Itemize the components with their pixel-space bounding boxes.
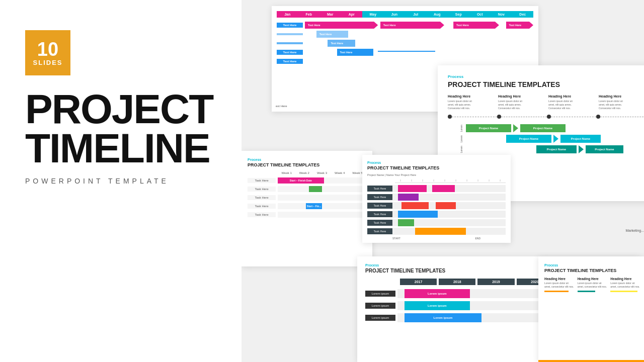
slide-4: Process PROJECT TIMELINE TEMPLATES Proje… bbox=[362, 155, 511, 243]
slide7-process: Process bbox=[544, 263, 640, 267]
slide7-h1: Heading Here bbox=[544, 277, 575, 281]
badge: 10 SLIDES bbox=[25, 30, 70, 75]
g4-area-4 bbox=[392, 211, 506, 218]
proj-bar-text-2a: Project Name bbox=[519, 137, 538, 140]
task-bar-4: Start – Fin... bbox=[306, 203, 322, 209]
slide4-process: Process bbox=[367, 161, 506, 164]
g4-area-6 bbox=[392, 228, 506, 235]
g4-label-1: Task Here bbox=[367, 186, 392, 192]
bar-label-4a: Text Here bbox=[340, 51, 353, 54]
gantt4-row-2: Task Here bbox=[367, 194, 506, 201]
task-label-2: Task Here bbox=[248, 187, 276, 192]
heading-col-4: Heading Here Lorem ipsum dolor sitamet, … bbox=[599, 95, 644, 110]
task-bar-area-5 bbox=[278, 212, 366, 218]
month-dec: Dec bbox=[512, 11, 534, 18]
gantt-bar-3a: Text Here bbox=[328, 40, 355, 47]
project-bars-1: Project Name Project Name bbox=[466, 124, 566, 132]
task-label-1: Task Here bbox=[248, 178, 276, 183]
heading-1: Heading Here bbox=[448, 95, 498, 98]
month-nov: Nov bbox=[491, 11, 512, 18]
timeline-line-row bbox=[448, 114, 644, 119]
slide7-title: PROJECT TIMELINE TEMPLATES bbox=[544, 268, 640, 273]
task-bar-1: Start – Finish Date bbox=[278, 177, 324, 184]
task-row-2: Task Here bbox=[248, 186, 366, 192]
week-2: Week 2 bbox=[295, 171, 313, 174]
gantt-label-3 bbox=[277, 42, 303, 44]
proj-bar-text-1b: Project Name bbox=[533, 127, 552, 130]
gantt-bar-area-4: Text Here bbox=[305, 48, 533, 57]
line-3 bbox=[551, 117, 596, 117]
task-bar-text-1: Start – Finish Date bbox=[290, 179, 312, 182]
heading-3: Heading Here bbox=[548, 95, 599, 98]
slide7-bar-2 bbox=[578, 291, 596, 292]
gantt4-row-1: Task Here bbox=[367, 185, 506, 192]
year-spacer bbox=[367, 179, 395, 183]
subtitle: POWERPOINT TEMPLATE bbox=[25, 177, 169, 185]
yr5-2018: 2018 bbox=[439, 279, 475, 285]
start-label: START bbox=[392, 237, 400, 240]
g4-bar-3a bbox=[401, 202, 429, 209]
gantt-bar-area-1: Text Here Text Here Text Here Text Here bbox=[305, 21, 533, 30]
proj-arrow-1a bbox=[513, 124, 518, 132]
week-1: Week 1 bbox=[278, 171, 295, 174]
slide7-bottom-bar bbox=[538, 360, 644, 362]
g4-label-3: Task Here bbox=[367, 203, 392, 209]
bar-label-2a: Text Here bbox=[319, 33, 332, 36]
project-bars-3: Project Name Project Name bbox=[536, 145, 623, 153]
line-4 bbox=[600, 117, 644, 117]
g4-bar-2 bbox=[398, 194, 419, 201]
month-oct: Oct bbox=[469, 11, 491, 18]
slide4-subtitle: Project Name | Name Your Project Here bbox=[367, 173, 506, 176]
text-4: Lorem ipsum dolor sitamet, elit quia ame… bbox=[599, 100, 644, 110]
week-4: Week 4 bbox=[331, 171, 349, 174]
proj-bar-1a: Project Name bbox=[466, 124, 511, 132]
gantt-line-4 bbox=[378, 51, 435, 52]
g4-label-4: Task Here bbox=[367, 211, 392, 217]
g4-bar-3b bbox=[436, 202, 456, 209]
lorem-label-2: Lorem bbox=[448, 135, 463, 142]
marketing-label: Marketing... bbox=[625, 229, 644, 232]
heading-col-3: Heading Here Lorem ipsum dolor sitamet, … bbox=[548, 95, 599, 110]
proj-bar-text-2b: Project Name bbox=[571, 137, 590, 140]
slide7-t2: Lorem ipsum dolor sit amet, consectetur … bbox=[578, 282, 608, 289]
bar-label-1b: Text Here bbox=[383, 24, 396, 27]
gantt-months: Jan Feb Mar Apr May Jun Jul Aug Sep Oct … bbox=[277, 11, 533, 18]
lorem-label-3: Lorem bbox=[448, 146, 463, 153]
month-jan: Jan bbox=[277, 11, 298, 18]
bar-label-1d: Text Here bbox=[509, 24, 522, 27]
proj-bar-3a: Project Name bbox=[536, 145, 577, 153]
task-row-1: Task Here Start – Finish Date bbox=[248, 177, 366, 184]
slide-7: Process PROJECT TIMELINE TEMPLATES Headi… bbox=[538, 256, 644, 362]
gantt-row-3: Text Here bbox=[277, 39, 533, 48]
g4-area-5 bbox=[392, 219, 506, 226]
slides-area: Jan Feb Mar Apr May Jun Jul Aug Sep Oct … bbox=[242, 0, 644, 362]
proj-bar-1b: Project Name bbox=[520, 124, 566, 132]
yr5-2019: 2019 bbox=[477, 279, 514, 285]
task-row-4: Task Here Start – Fin... bbox=[248, 203, 366, 209]
text-1: Lorem ipsum dolor sitamet, elit quia ame… bbox=[448, 100, 498, 110]
gantt-bar-area-3: Text Here bbox=[305, 39, 533, 48]
task-bar-area-2 bbox=[278, 186, 366, 192]
proj-bar-text-1a: Project Name bbox=[479, 127, 498, 130]
tick-marks: | | | | | | | | | | bbox=[395, 179, 506, 182]
gantt-bar-1a: Text Here bbox=[305, 22, 378, 29]
line-2 bbox=[501, 117, 546, 117]
proj-bar-text-3a: Project Name bbox=[547, 148, 566, 151]
badge-number: 10 bbox=[37, 40, 58, 59]
gantt-bar-1b: Text Here bbox=[380, 22, 444, 29]
month-aug: Aug bbox=[427, 11, 448, 18]
yr5-bar-3: Lorem ipsum bbox=[405, 313, 481, 322]
yr5-bar-text-2: Lorem ipsum bbox=[428, 304, 447, 307]
month-jun: Jun bbox=[384, 11, 406, 18]
g4-bar-5 bbox=[398, 219, 414, 226]
month-may: May bbox=[362, 11, 384, 18]
gantt4-row-6: Task Here bbox=[367, 228, 506, 235]
project-row-2: Lorem Project Name Project Name bbox=[448, 135, 644, 143]
slide-3: Process PROJECT TIMELINE TEMPLATES Week … bbox=[242, 151, 372, 266]
task-bar-2 bbox=[309, 186, 322, 192]
task-bar-text-4: Start – Fin... bbox=[307, 205, 321, 208]
line-1 bbox=[452, 117, 497, 117]
slide7-h2: Heading Here bbox=[578, 277, 608, 281]
task-bar-area-3 bbox=[278, 195, 366, 201]
text-2: Lorem ipsum dolor sitamet, elit quia ame… bbox=[498, 100, 548, 110]
